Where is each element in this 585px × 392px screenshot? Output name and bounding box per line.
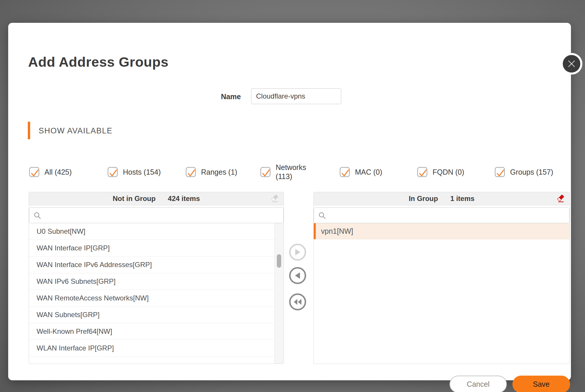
left-search-box: [29, 207, 284, 223]
list-item[interactable]: WAN IPv6 Subnets[GRP]: [29, 273, 275, 290]
filter-item-fqdn: FQDN (0): [417, 165, 464, 179]
name-input[interactable]: [251, 88, 341, 104]
add-address-groups-dialog: Add Address Groups Name SHOW AVAILABLE A…: [8, 23, 571, 380]
in-group-header: In Group 1 items: [314, 192, 569, 205]
arrow-right-icon: [295, 249, 301, 256]
panel-count: 424 items: [168, 195, 200, 203]
double-arrow-left-icon: [294, 299, 302, 305]
clear-right-selection-button[interactable]: [556, 194, 565, 203]
checkbox-groups[interactable]: [495, 167, 505, 177]
filter-item-groups: Groups (157): [495, 165, 553, 179]
move-all-left-button[interactable]: [289, 293, 306, 310]
close-icon: [568, 60, 575, 68]
eraser-icon: [270, 194, 279, 203]
page-title: Add Address Groups: [28, 54, 169, 70]
move-left-button[interactable]: [289, 267, 306, 284]
list-item[interactable]: Well-Known Pref64[NW]: [29, 323, 275, 340]
in-group-panel: In Group 1 items: [313, 192, 570, 364]
filter-label: Ranges (1): [201, 168, 237, 176]
name-label: Name: [195, 92, 241, 101]
check-icon: [29, 168, 40, 179]
in-group-list: vpn1[NW]: [314, 223, 569, 364]
checkbox-ranges[interactable]: [186, 167, 196, 177]
left-scrollbar-thumb[interactable]: [277, 254, 281, 268]
filter-item-ranges: Ranges (1): [186, 165, 237, 179]
check-icon: [340, 168, 351, 179]
right-search-input[interactable]: [314, 207, 569, 223]
right-search-box: [314, 207, 569, 223]
panel-title: Not in Group: [113, 195, 156, 203]
checkbox-all[interactable]: [29, 167, 39, 177]
filter-item-hosts: Hosts (154): [108, 165, 161, 179]
filter-item-mac: MAC (0): [340, 165, 382, 179]
not-in-group-panel: Not in Group 424 items: [29, 192, 284, 364]
checkbox-networks[interactable]: [260, 167, 270, 177]
check-icon: [417, 168, 428, 179]
list-item[interactable]: WAN Interface IP[GRP]: [29, 240, 275, 257]
list-item[interactable]: WAN Interface IPv6 Addresses[GRP]: [29, 257, 275, 273]
list-item-selected[interactable]: vpn1[NW]: [314, 223, 569, 239]
not-in-group-header: Not in Group 424 items: [29, 192, 284, 205]
right-list-area: vpn1[NW]: [314, 223, 569, 364]
filter-label: All (425): [44, 168, 72, 176]
filter-item-all: All (425): [29, 165, 72, 179]
section-accent-bar: [28, 122, 30, 139]
left-scrollbar-track[interactable]: [275, 223, 284, 364]
filter-item-networks: Networks (113): [260, 159, 311, 185]
filter-label: Networks (113): [276, 163, 311, 181]
list-item[interactable]: U0 Subnet[NW]: [29, 223, 275, 240]
check-icon: [108, 168, 119, 179]
section-title: SHOW AVAILABLE: [39, 126, 113, 135]
checkbox-hosts[interactable]: [108, 167, 118, 177]
close-button[interactable]: [561, 53, 582, 75]
not-in-group-list: U0 Subnet[NW] WAN Interface IP[GRP] WAN …: [29, 223, 275, 364]
filter-label: MAC (0): [355, 168, 382, 176]
list-item[interactable]: WAN Subnets[GRP]: [29, 307, 275, 323]
move-right-button[interactable]: [289, 244, 306, 261]
panel-count: 1 items: [450, 195, 475, 203]
check-icon: [495, 168, 506, 179]
save-button[interactable]: Save: [512, 376, 570, 392]
filter-label: FQDN (0): [433, 168, 464, 176]
cancel-button-label: Cancel: [467, 380, 490, 388]
modal-backdrop: Add Address Groups Name SHOW AVAILABLE A…: [0, 0, 585, 392]
check-icon: [260, 168, 272, 179]
clear-left-selection-button[interactable]: [270, 194, 279, 203]
checkbox-fqdn[interactable]: [417, 167, 427, 177]
eraser-icon: [556, 194, 565, 203]
save-button-label: Save: [533, 380, 550, 388]
arrow-left-icon: [295, 272, 301, 279]
check-icon: [186, 168, 197, 179]
left-search-input[interactable]: [29, 207, 284, 223]
panel-title: In Group: [409, 195, 438, 203]
list-item[interactable]: WLAN Interface IP[GRP]: [29, 340, 275, 357]
cancel-button[interactable]: Cancel: [450, 376, 507, 392]
checkbox-mac[interactable]: [340, 167, 350, 177]
left-list-area: U0 Subnet[NW] WAN Interface IP[GRP] WAN …: [29, 223, 284, 364]
filter-label: Hosts (154): [123, 168, 161, 176]
filter-label: Groups (157): [510, 168, 553, 176]
list-item[interactable]: WAN RemoteAccess Networks[NW]: [29, 290, 275, 307]
